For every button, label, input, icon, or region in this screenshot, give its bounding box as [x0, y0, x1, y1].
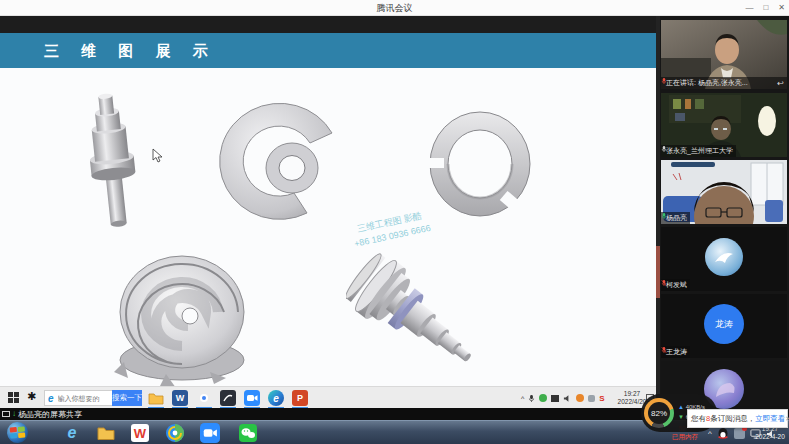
video-tile-active[interactable]: 杨晶亮: [661, 160, 787, 224]
share-banner: ↓ 杨晶亮的屏幕共享: [0, 408, 656, 420]
tray-sogou-icon[interactable]: S: [599, 394, 604, 403]
notification-popup: 您有8条订阅消息，立即查看 ✕: [687, 409, 788, 428]
tencent-meeting-window: 腾讯会议 — □ ✕ 三 维 图 展 示: [0, 0, 789, 444]
browser-360-icon[interactable]: [165, 423, 185, 443]
ie-icon[interactable]: e: [62, 423, 82, 443]
meeting-app-icon[interactable]: [244, 390, 260, 406]
notification-text: 您有: [691, 414, 706, 424]
maximize-button[interactable]: □: [763, 0, 768, 15]
tray-expand-icon[interactable]: ^: [708, 429, 712, 438]
download-arrow-icon: ↓: [12, 410, 16, 418]
participant-label: 张永亮_兰州理工大学: [661, 145, 736, 157]
video-tile[interactable]: 张永亮_兰州理工大学: [661, 93, 787, 157]
close-icon[interactable]: ✕: [785, 415, 789, 423]
edge-icon[interactable]: e: [268, 390, 284, 406]
tray-gray-icon[interactable]: [588, 395, 595, 402]
tray-badge-icon[interactable]: [734, 428, 745, 439]
cpu-ring-gauge: 82%: [644, 398, 674, 428]
shared-screen-letterbox: [0, 16, 656, 33]
window-title: 腾讯会议: [0, 2, 789, 15]
tray-expand-icon[interactable]: ^: [521, 395, 524, 402]
app-flower-icon[interactable]: ✱: [27, 390, 36, 403]
view-now-link[interactable]: 立即查看: [755, 414, 785, 424]
mouse-cursor-icon: [152, 148, 163, 163]
cad-model-volute: [106, 244, 258, 386]
share-banner-label: 杨晶亮的屏幕共享: [18, 409, 82, 420]
participant-label: 杨晶亮: [661, 212, 690, 224]
search-input[interactable]: [56, 394, 116, 403]
edge-search-icon: e: [48, 393, 54, 404]
search-button[interactable]: 搜索一下: [112, 390, 142, 406]
dark-app-icon[interactable]: [220, 390, 236, 406]
return-arrow-icon[interactable]: ↩: [777, 79, 784, 88]
tray-orange-icon[interactable]: [576, 394, 584, 402]
start-icon[interactable]: [8, 392, 20, 404]
meeting-app-icon[interactable]: [200, 423, 220, 443]
wechat-icon[interactable]: [238, 423, 258, 443]
svg-text:W: W: [134, 426, 147, 441]
wps-icon[interactable]: W: [130, 423, 150, 443]
screen-share-icon: [2, 411, 10, 417]
start-orb-icon[interactable]: [6, 421, 28, 443]
tray-mic-icon[interactable]: [528, 394, 535, 403]
powerpoint-icon[interactable]: P: [292, 390, 308, 406]
shared-taskbar: ✱ e 搜索一下 W e P ^ S 19:27: [0, 386, 656, 408]
slide-header: 三 维 图 展 示: [0, 33, 656, 68]
speaking-banner: 正在讲话: 杨晶亮,张永亮... ↩: [661, 77, 787, 89]
cad-model-shaft-assembly: [346, 248, 516, 386]
minimize-button[interactable]: —: [745, 0, 753, 15]
participant-label: 柯发斌: [661, 279, 690, 291]
video-tile[interactable]: 龙涛 王龙涛: [661, 294, 787, 358]
upload-arrow-icon: ▲: [678, 404, 684, 410]
folder-icon[interactable]: [96, 423, 116, 443]
cad-model-scroll: [212, 88, 344, 230]
video-tile[interactable]: 柯发斌: [661, 227, 787, 291]
qq-icon[interactable]: [717, 427, 729, 440]
avatar: 龙涛: [704, 304, 744, 344]
slide-body: 三维工程图 影酷 +86 183 0936 6666: [0, 68, 656, 386]
participant-label: 王龙涛: [661, 346, 690, 358]
speaking-label: 正在讲话: 杨晶亮,张永亮...: [666, 78, 748, 88]
participants-panel: 正在讲话: 杨晶亮,张永亮... ↩ 张永亮_兰州理工大学: [660, 16, 789, 420]
avatar: [705, 238, 743, 276]
download-arrow-icon: ▼: [678, 414, 684, 420]
tray-speaker-icon[interactable]: [563, 394, 572, 403]
close-button[interactable]: ✕: [778, 0, 785, 15]
video-tile[interactable]: 正在讲话: 杨晶亮,张永亮... ↩: [661, 20, 787, 89]
tray-green-icon[interactable]: [539, 394, 547, 402]
slide-title: 三 维 图 展 示: [0, 33, 656, 68]
file-explorer-icon[interactable]: [148, 390, 164, 406]
window-titlebar: 腾讯会议 — □ ✕: [0, 0, 789, 16]
word-icon[interactable]: W: [172, 390, 188, 406]
tray-dark-icon[interactable]: [551, 395, 559, 402]
